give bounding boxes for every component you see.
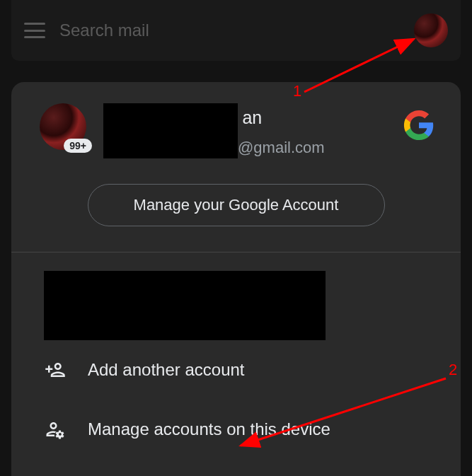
redacted-name xyxy=(103,103,238,158)
current-account-row[interactable]: 99+ an @gmail.com xyxy=(11,103,461,158)
search-placeholder[interactable]: Search mail xyxy=(59,21,400,40)
hamburger-menu-icon[interactable] xyxy=(24,23,45,38)
redacted-secondary-account[interactable] xyxy=(44,271,326,340)
account-name-suffix: an xyxy=(242,108,262,128)
unread-badge: 99+ xyxy=(64,139,92,153)
manage-device-label: Manage accounts on this device xyxy=(88,419,330,439)
profile-avatar-small[interactable] xyxy=(414,13,448,47)
manage-google-account-button[interactable]: Manage your Google Account xyxy=(88,184,385,226)
profile-avatar-large: 99+ xyxy=(40,103,86,150)
google-logo-icon xyxy=(403,109,435,141)
divider xyxy=(11,252,461,252)
manage-accounts-device-item[interactable]: Manage accounts on this device xyxy=(11,400,461,459)
account-email-suffix: @gmail.com xyxy=(238,139,325,157)
add-another-account-item[interactable]: Add another account xyxy=(11,340,461,400)
add-account-label: Add another account xyxy=(88,360,245,380)
account-panel: 99+ an @gmail.com Manage your Google Acc… xyxy=(11,82,461,476)
person-add-icon xyxy=(44,359,67,381)
search-bar[interactable]: Search mail xyxy=(11,0,461,61)
person-settings-icon xyxy=(44,418,67,441)
